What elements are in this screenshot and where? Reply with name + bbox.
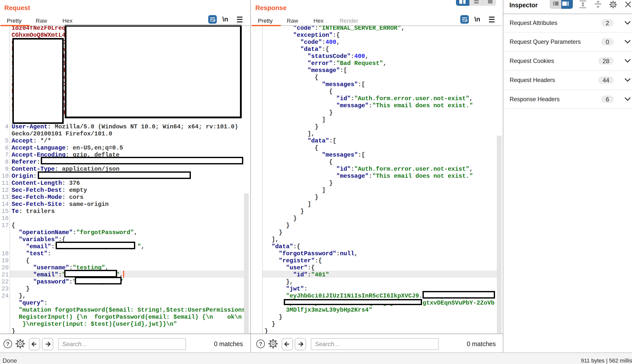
svg-text:?: ? [259,341,262,347]
svg-text:?: ? [6,341,9,347]
